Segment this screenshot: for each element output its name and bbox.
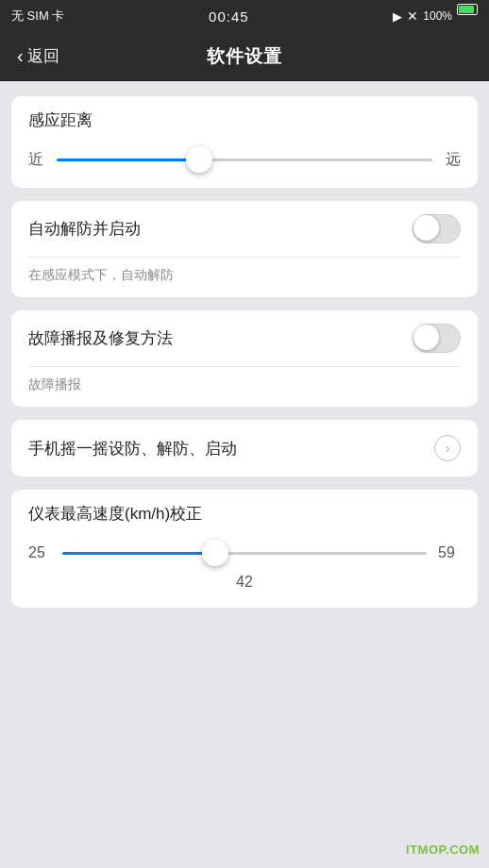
auto-disarm-title: 自动解防并启动 [28, 218, 141, 240]
sensor-distance-section: 感应距离 近 远 [11, 96, 478, 188]
auto-disarm-card: 自动解防并启动 在感应模式下，自动解防 [11, 201, 478, 297]
shake-setting-row[interactable]: 手机摇一摇设防、解防、启动 › [11, 420, 478, 476]
speed-slider-thumb[interactable] [202, 540, 228, 566]
location-icon: ▶ [393, 9, 402, 24]
speed-max-label: 59 [438, 544, 461, 561]
sensor-distance-title: 感应距离 [28, 109, 461, 131]
bluetooth-icon: ✕ [407, 8, 418, 24]
back-chevron-icon: ‹ [17, 46, 24, 65]
sensor-distance-card: 感应距离 近 远 [11, 96, 478, 188]
sensor-slider-row: 近 远 [28, 144, 461, 175]
content-area: 感应距离 近 远 自动解防并启动 在感应模式下，自动解防 [0, 81, 489, 623]
slider-thumb[interactable] [186, 146, 212, 173]
slider-fill [57, 159, 199, 161]
fault-broadcast-toggle-row: 故障播报及修复方法 [11, 310, 478, 366]
shake-setting-card: 手机摇一摇设防、解防、启动 › [11, 420, 478, 476]
toggle-knob-fault [413, 325, 439, 350]
status-bar: 无 SIM 卡 00:45 ▶ ✕ 100% [0, 0, 489, 32]
carrier-label: 无 SIM 卡 [11, 8, 64, 25]
speed-calibration-slider[interactable] [62, 538, 427, 568]
speed-min-label: 25 [28, 544, 51, 561]
auto-disarm-toggle-row: 自动解防并启动 [11, 201, 478, 257]
speed-current-value: 42 [28, 568, 461, 591]
fault-broadcast-toggle[interactable] [413, 324, 461, 353]
auto-disarm-toggle[interactable] [413, 214, 461, 243]
status-right: ▶ ✕ 100% [393, 4, 478, 28]
watermark: ITMOP.COM [406, 843, 480, 857]
slider-track [57, 159, 432, 161]
speed-slider-row: 25 59 [28, 538, 461, 568]
fault-broadcast-subtext: 故障播报 [11, 367, 478, 407]
nav-bar: ‹ 返回 软件设置 [0, 32, 489, 81]
sensor-near-label: 近 [28, 150, 45, 170]
chevron-right-icon: › [434, 435, 461, 461]
speed-slider-fill [62, 552, 215, 555]
toggle-knob [413, 215, 439, 241]
status-time: 00:45 [209, 8, 249, 25]
speed-calibration-card: 仪表最高速度(km/h)校正 25 59 42 [11, 490, 478, 608]
fault-broadcast-card: 故障播报及修复方法 故障播报 [11, 310, 478, 407]
sensor-far-label: 远 [444, 150, 461, 170]
sensor-distance-slider[interactable] [57, 144, 432, 175]
back-label: 返回 [27, 45, 59, 67]
auto-disarm-subtext: 在感应模式下，自动解防 [11, 258, 478, 297]
shake-setting-title: 手机摇一摇设防、解防、启动 [28, 438, 237, 459]
speed-calibration-title: 仪表最高速度(km/h)校正 [28, 503, 461, 525]
back-button[interactable]: ‹ 返回 [8, 40, 69, 73]
battery-percent: 100% [423, 9, 452, 23]
battery-icon [457, 4, 478, 28]
speed-slider-track [62, 552, 427, 555]
speed-calibration-section: 仪表最高速度(km/h)校正 25 59 42 [11, 490, 478, 608]
status-left: 无 SIM 卡 [11, 8, 64, 25]
page-title: 软件设置 [207, 44, 282, 69]
fault-broadcast-title: 故障播报及修复方法 [28, 327, 173, 349]
